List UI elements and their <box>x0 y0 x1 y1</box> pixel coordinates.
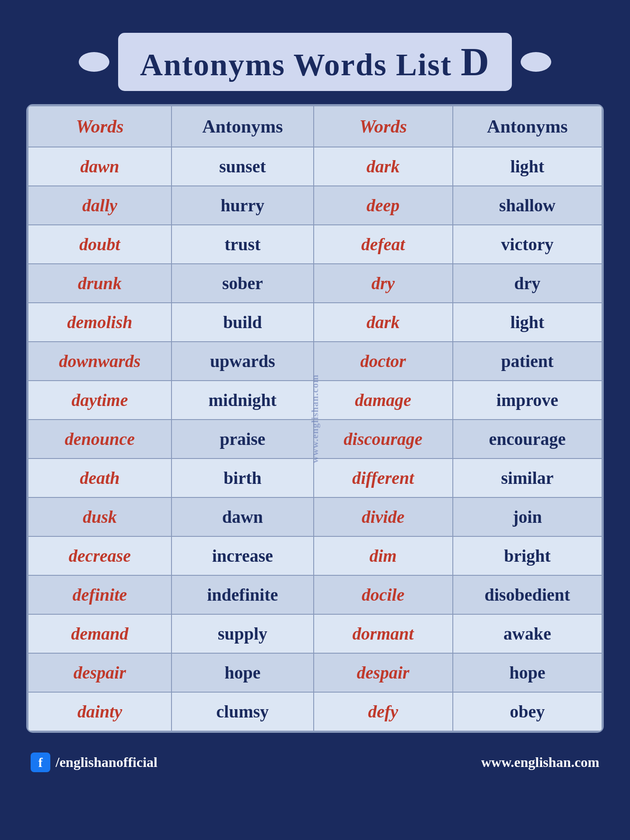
header-title: Antonyms Words List D <box>118 33 512 91</box>
antonym-cell-right: dry <box>453 264 602 303</box>
col4-header: Antonyms <box>453 106 602 147</box>
table-row: demandsupplydormantawake <box>28 614 602 653</box>
antonym-cell-right: improve <box>453 381 602 420</box>
word-cell-right: dormant <box>314 614 453 653</box>
word-cell-right: damage <box>314 381 453 420</box>
word-cell-right: dry <box>314 264 453 303</box>
header-decoration-left <box>79 52 109 72</box>
antonym-cell-left: praise <box>172 420 314 458</box>
antonym-cell-left: birth <box>172 458 314 497</box>
antonym-cell-left: midnight <box>172 381 314 420</box>
col1-header: Words <box>28 106 172 147</box>
word-cell-left: downwards <box>28 342 172 381</box>
col2-header: Antonyms <box>172 106 314 147</box>
table-row: duskdawndividejoin <box>28 497 602 536</box>
antonym-cell-left: trust <box>172 225 314 264</box>
facebook-icon: f <box>31 752 50 772</box>
word-cell-right: different <box>314 458 453 497</box>
word-cell-left: despair <box>28 653 172 692</box>
table-row: demolishbuilddarklight <box>28 303 602 342</box>
antonym-cell-left: increase <box>172 536 314 575</box>
antonym-cell-left: build <box>172 303 314 342</box>
antonym-cell-right: obey <box>453 692 602 731</box>
word-cell-left: demolish <box>28 303 172 342</box>
main-container: Antonyms Words List D www.englishan.com … <box>18 13 612 742</box>
antonym-cell-right: bright <box>453 536 602 575</box>
word-cell-right: doctor <box>314 342 453 381</box>
header-decoration-right <box>521 52 551 72</box>
word-cell-right: divide <box>314 497 453 536</box>
antonym-cell-left: sober <box>172 264 314 303</box>
table-row: downwardsupwardsdoctorpatient <box>28 342 602 381</box>
antonym-cell-right: light <box>453 147 602 186</box>
word-cell-left: definite <box>28 575 172 614</box>
word-cell-right: despair <box>314 653 453 692</box>
antonym-cell-right: victory <box>453 225 602 264</box>
table-row: deathbirthdifferentsimilar <box>28 458 602 497</box>
antonym-cell-right: patient <box>453 342 602 381</box>
antonyms-table: Words Antonyms Words Antonyms dawnsunset… <box>28 105 602 732</box>
antonym-cell-left: hope <box>172 653 314 692</box>
word-cell-left: doubt <box>28 225 172 264</box>
header-letter-d: D <box>461 40 490 84</box>
word-cell-left: dally <box>28 186 172 225</box>
antonym-cell-right: awake <box>453 614 602 653</box>
footer-facebook: f /englishanofficial <box>31 752 158 772</box>
word-cell-right: deep <box>314 186 453 225</box>
word-cell-left: death <box>28 458 172 497</box>
antonym-cell-right: join <box>453 497 602 536</box>
antonym-cell-left: hurry <box>172 186 314 225</box>
header: Antonyms Words List D <box>26 22 604 104</box>
table-row: definiteindefinitedociledisobedient <box>28 575 602 614</box>
word-cell-right: defeat <box>314 225 453 264</box>
table-row: denouncepraisediscourageencourage <box>28 420 602 458</box>
table-row: dawnsunsetdarklight <box>28 147 602 186</box>
antonym-cell-left: indefinite <box>172 575 314 614</box>
word-cell-left: denounce <box>28 420 172 458</box>
word-cell-left: dawn <box>28 147 172 186</box>
table-row: dallyhurrydeepshallow <box>28 186 602 225</box>
col3-header: Words <box>314 106 453 147</box>
word-cell-left: drunk <box>28 264 172 303</box>
header-title-text: Antonyms Words List <box>140 47 461 82</box>
word-cell-left: dusk <box>28 497 172 536</box>
antonym-cell-left: sunset <box>172 147 314 186</box>
table-row: drunksoberdrydry <box>28 264 602 303</box>
antonym-cell-right: hope <box>453 653 602 692</box>
word-cell-right: defy <box>314 692 453 731</box>
antonym-cell-right: light <box>453 303 602 342</box>
word-cell-left: decrease <box>28 536 172 575</box>
word-cell-right: dark <box>314 147 453 186</box>
word-cell-left: daytime <box>28 381 172 420</box>
antonym-cell-left: upwards <box>172 342 314 381</box>
table-row: doubttrustdefeatvictory <box>28 225 602 264</box>
antonym-cell-right: similar <box>453 458 602 497</box>
antonym-cell-right: disobedient <box>453 575 602 614</box>
table-row: decreaseincreasedimbright <box>28 536 602 575</box>
antonym-cell-right: encourage <box>453 420 602 458</box>
antonym-cell-left: dawn <box>172 497 314 536</box>
footer-website: www.englishan.com <box>481 754 599 770</box>
antonym-cell-left: supply <box>172 614 314 653</box>
word-cell-left: demand <box>28 614 172 653</box>
table-header-row: Words Antonyms Words Antonyms <box>28 106 602 147</box>
footer: f /englishanofficial www.englishan.com <box>18 744 612 781</box>
antonym-cell-left: clumsy <box>172 692 314 731</box>
table-row: daintyclumsydefyobey <box>28 692 602 731</box>
word-cell-left: dainty <box>28 692 172 731</box>
antonym-cell-right: shallow <box>453 186 602 225</box>
table-row: despairhopedespairhope <box>28 653 602 692</box>
table-wrapper: www.englishan.com Words Antonyms Words A… <box>26 104 604 733</box>
table-container: Words Antonyms Words Antonyms dawnsunset… <box>26 104 604 733</box>
word-cell-right: dim <box>314 536 453 575</box>
word-cell-right: docile <box>314 575 453 614</box>
word-cell-right: discourage <box>314 420 453 458</box>
word-cell-right: dark <box>314 303 453 342</box>
facebook-text: /englishanofficial <box>56 754 158 770</box>
table-row: daytimemidnightdamageimprove <box>28 381 602 420</box>
